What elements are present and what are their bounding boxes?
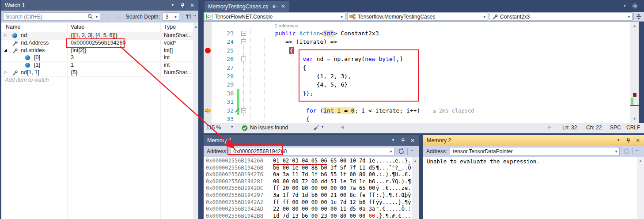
memory-hex-bytes[interactable]: 1d 7d 13 b6 00 23 00 80 00 00 00: [273, 213, 375, 219]
memory-row[interactable]: 0x000002556B1942973a 1f 7d 1d b6 00 21 0…: [204, 192, 411, 199]
health-status-text[interactable]: No issues found: [250, 125, 288, 131]
watch-row[interactable]: [0]3int: [1, 54, 193, 62]
hscroll-right-icon[interactable]: ▶: [548, 125, 552, 129]
watch-row[interactable]: ▷nd{[[1, 2, 3], [4, 5, 6]]}NumShar...: [1, 32, 193, 40]
filter-icon[interactable]: [185, 14, 192, 20]
document-tab[interactable]: MemoryTestingCases.cs ✕: [205, 1, 289, 12]
close-icon[interactable]: ✕: [635, 138, 640, 143]
editor-vertical-scrollbar[interactable]: ▲ ▼: [630, 22, 639, 123]
watch-name[interactable]: [0]: [34, 54, 40, 60]
breakpoint-icon[interactable]: [205, 48, 211, 53]
search-options-dropdown-icon[interactable]: ▾: [93, 15, 100, 19]
memory-hex-bytes[interactable]: b6 00 1e 00 88 b0 3f 5f 7f 11 d5: [273, 165, 375, 172]
watch-row[interactable]: ◢nd.strides{int[2]}int[]: [1, 47, 193, 55]
split-window-icon[interactable]: [636, 13, 642, 20]
watch-value[interactable]: 0x000002556b194260: [71, 40, 125, 46]
pin-icon[interactable]: [625, 138, 631, 143]
pin-icon[interactable]: [400, 138, 405, 143]
memory-hex-bytes[interactable]: ff 20 00 80 00 00 00 00 7a 65 00: [273, 185, 375, 192]
watch-name[interactable]: [1]: [34, 62, 40, 68]
watch-name[interactable]: nd[1, 1]: [21, 69, 39, 76]
collapse-icon[interactable]: ◢: [4, 48, 7, 52]
code-line[interactable]: 24−=> (iterate) =>: [204, 38, 630, 46]
memory-row[interactable]: 0x000002556B1942A2ff ff 00 00 00 00 1c 7…: [204, 199, 411, 206]
code-editor[interactable]: 1 reference 23−public Action<int> Consta…: [204, 22, 630, 123]
code-line[interactable]: 30});: [204, 89, 630, 98]
watch-value[interactable]: 1: [71, 62, 74, 68]
memory1-address-input[interactable]: 0x000002556B194260 ▾: [230, 147, 394, 155]
code-text[interactable]: });: [303, 89, 313, 98]
search-input[interactable]: Search (Ctrl+E) ▾: [3, 12, 100, 21]
toolbar-overflow-icon[interactable]: '': [193, 14, 197, 19]
formatting-broom-icon[interactable]: [313, 125, 319, 131]
watch-value[interactable]: {5}: [71, 69, 77, 76]
type-dropdown[interactable]: Tensorflow.MemoryTestingCases ▾: [347, 12, 488, 21]
member-dropdown[interactable]: Constant2x3 ▾: [490, 12, 633, 21]
memory-row[interactable]: 0x000002556B19426001 02 03 04 05 06 65 0…: [204, 158, 411, 165]
code-text[interactable]: {: [289, 46, 294, 55]
health-check-icon[interactable]: [242, 125, 248, 131]
memory-row[interactable]: 0x000002556B19428100 00 00 72 00 dd 51 1…: [204, 178, 411, 185]
close-icon[interactable]: ✕: [410, 138, 415, 143]
memory1-titlebar[interactable]: Memory 1 ▼ ✕: [204, 135, 419, 146]
watch-titlebar[interactable]: Watch 1 ▼ ✕: [1, 0, 198, 11]
scroll-up-icon[interactable]: ▲: [630, 23, 639, 28]
code-text[interactable]: {: [303, 64, 306, 72]
memory1-scrollbar[interactable]: ▲: [412, 157, 419, 219]
fold-collapse-icon[interactable]: −: [241, 108, 246, 113]
toolbar-overflow-icon[interactable]: '': [636, 149, 639, 154]
watch-name[interactable]: nd.Address: [21, 40, 49, 46]
code-text[interactable]: {: [306, 115, 310, 123]
code-line[interactable]: 25{: [204, 46, 630, 55]
memory2-scrollbar[interactable]: ▲: [637, 157, 644, 219]
code-line[interactable]: 28{1, 2, 3},: [204, 72, 630, 80]
refresh-icon[interactable]: [398, 148, 405, 155]
editor-window-menu-icon[interactable]: ▼: [622, 4, 627, 9]
memory2-titlebar[interactable]: Memory 2 ▼ ✕: [423, 135, 644, 146]
memory-hex-bytes[interactable]: 3a 1f 7d 1d b6 00 21 00 8c fe ff: [273, 192, 375, 199]
window-menu-icon[interactable]: ▼: [390, 138, 396, 143]
code-line[interactable]: 33{: [204, 115, 630, 123]
column-header-name[interactable]: Name: [6, 24, 20, 30]
column-header-type[interactable]: Type: [164, 24, 176, 30]
broom-dropdown-icon[interactable]: ▾: [322, 125, 324, 129]
search-icon[interactable]: [87, 14, 93, 19]
watch-value[interactable]: {[[1, 2, 3], [4, 5, 6]]}: [71, 32, 117, 38]
fold-collapse-icon[interactable]: −: [241, 31, 246, 36]
memory-row[interactable]: 0x000002556B19426Bb6 00 1e 00 88 b0 3f 5…: [204, 165, 411, 172]
watch-name[interactable]: nd: [21, 32, 27, 38]
code-text[interactable]: var nd = np.array(new byte[,]: [303, 55, 403, 63]
memory-hex-bytes[interactable]: 00 00 00 72 00 dd 51 1e 7d 1c b6: [273, 178, 375, 185]
code-text[interactable]: {4, 5, 6}: [317, 80, 348, 89]
watch-row[interactable]: [1]1int: [1, 61, 193, 69]
tab-close-icon[interactable]: ✕: [280, 4, 286, 9]
code-text[interactable]: for (int i = 0; i < iterate; i++)≤ 2ms e…: [306, 106, 474, 115]
scroll-up-icon[interactable]: ▲: [193, 24, 198, 29]
codelens-references[interactable]: 1 reference: [275, 23, 298, 28]
tab-pin-icon[interactable]: [272, 4, 277, 9]
memory-row[interactable]: 0x000002556B1942AD22 00 80 00 00 00 00 1…: [204, 206, 411, 213]
watch-row[interactable]: ▷nd[1, 1]{5}NumShar...: [1, 69, 193, 77]
close-icon[interactable]: ✕: [189, 3, 195, 8]
code-text[interactable]: public Action<int> Constant2x3: [275, 29, 379, 38]
memory-hex-bytes[interactable]: ff ff 00 00 00 00 1c 7d 12 b6 ff: [273, 199, 375, 206]
pin-icon[interactable]: [180, 3, 185, 8]
scroll-up-icon[interactable]: ▲: [637, 159, 644, 163]
expand-icon[interactable]: ▷: [4, 70, 7, 74]
memory-row[interactable]: 0x000002556B1942B81d 7d 13 b6 00 23 00 8…: [204, 213, 411, 219]
memory-row[interactable]: 0x000002556B19428Cff 20 00 80 00 00 00 0…: [204, 185, 411, 192]
watch-row[interactable]: Add item to watch: [1, 76, 193, 84]
memory-row[interactable]: 0x000002556B1942760a 3a 11 7d 1f b6 55 1…: [204, 171, 411, 178]
nav-forward-icon[interactable]: →: [114, 13, 121, 20]
memory-hex-bytes[interactable]: 0a 3a 11 7d 1f b6 55 1f 00 80 00: [273, 171, 375, 178]
editor-settings-gear-icon[interactable]: [632, 3, 638, 9]
zoom-level-select[interactable]: 115 %: [206, 125, 221, 131]
hscroll-left-icon[interactable]: ◀: [341, 125, 344, 129]
window-menu-icon[interactable]: ▼: [616, 138, 621, 143]
code-line[interactable]: 23−public Action<int> Constant2x3: [204, 29, 630, 38]
code-line[interactable]: 27{: [204, 64, 630, 72]
column-header-value[interactable]: Value: [71, 24, 84, 30]
search-depth-select[interactable]: 3 ▾: [163, 12, 179, 21]
scroll-up-icon[interactable]: ▲: [412, 159, 419, 163]
memory-hex-bytes[interactable]: 22 00 80 00 00 00 00 11 d5 0a 3a: [273, 206, 375, 213]
